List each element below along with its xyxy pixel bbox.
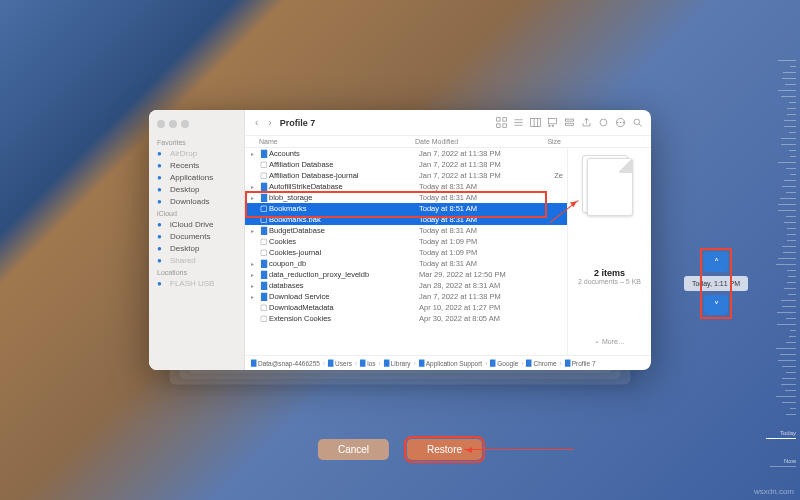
sidebar-item[interactable]: ●Applications	[149, 171, 244, 183]
action-bar: Cancel Restore	[318, 439, 482, 460]
svg-point-18	[617, 122, 618, 123]
path-segment[interactable]: ▇Library	[384, 359, 411, 367]
path-segment[interactable]: ▇Chrome	[526, 359, 556, 367]
time-up-button[interactable]: ˄	[704, 252, 728, 272]
disclosure-icon[interactable]: ▸	[251, 183, 259, 190]
file-row[interactable]: ▸▇coupon_dbToday at 8:31 AM	[245, 258, 567, 269]
file-size: Ze	[539, 171, 567, 180]
file-row[interactable]: ▢Cookies-journalToday at 1:09 PM	[245, 247, 567, 258]
disclosure-icon[interactable]: ▸	[251, 194, 259, 201]
file-name: Bookmarks.bak	[269, 215, 419, 224]
path-bar[interactable]: ▇Data@snap-4466255›▇Users›▇los›▇Library›…	[245, 355, 651, 370]
sidebar-item[interactable]: ●Documents	[149, 230, 244, 242]
file-row[interactable]: ▸▇AccountsJan 7, 2022 at 11:38 PM	[245, 148, 567, 159]
column-name[interactable]: Name	[245, 138, 415, 145]
sidebar-item[interactable]: ●Desktop	[149, 242, 244, 254]
icon-view-icon[interactable]	[496, 117, 507, 128]
tag-icon[interactable]	[598, 117, 609, 128]
disclosure-icon[interactable]: ▸	[251, 227, 259, 234]
file-name: Affiliation Database	[269, 160, 419, 169]
sidebar-item[interactable]: ●Recents	[149, 159, 244, 171]
file-date: Jan 28, 2022 at 8:31 AM	[419, 281, 539, 290]
apps-icon: ●	[157, 173, 166, 182]
file-row[interactable]: ▢DownloadMetadataApr 10, 2022 at 1:27 PM	[245, 302, 567, 313]
file-row[interactable]: ▢Bookmarks.bakToday at 8:31 AM	[245, 214, 567, 225]
file-name: DownloadMetadata	[269, 303, 419, 312]
disclosure-icon[interactable]: ▸	[251, 282, 259, 289]
folder-icon: ▇	[565, 359, 570, 367]
gallery-view-icon[interactable]	[547, 117, 558, 128]
list-view-icon[interactable]	[513, 117, 524, 128]
disclosure-icon[interactable]: ▸	[251, 293, 259, 300]
sidebar-item[interactable]: ●Downloads	[149, 195, 244, 207]
file-row[interactable]: ▸▇Download ServiceJan 7, 2022 at 11:38 P…	[245, 291, 567, 302]
share-icon[interactable]	[581, 117, 592, 128]
file-name: coupon_db	[269, 259, 419, 268]
file-list[interactable]: ▸▇AccountsJan 7, 2022 at 11:38 PM▢Affili…	[245, 148, 567, 355]
folder-icon: ▇	[259, 182, 269, 191]
path-segment[interactable]: ▇Profile 7	[565, 359, 596, 367]
file-date: Today at 1:09 PM	[419, 248, 539, 257]
preview-more[interactable]: ⌄More…	[594, 337, 625, 345]
file-name: blob_storage	[269, 193, 419, 202]
sidebar: Favorites●AirDrop●Recents●Applications●D…	[149, 110, 245, 370]
file-date: Jan 7, 2022 at 11:38 PM	[419, 149, 539, 158]
time-down-button[interactable]: ˅	[704, 295, 728, 315]
minimize-icon[interactable]	[169, 120, 177, 128]
file-icon: ▢	[259, 248, 269, 257]
forward-button[interactable]: ›	[266, 117, 273, 128]
folder-icon: ▇	[259, 226, 269, 235]
sidebar-section: Locations	[149, 266, 244, 277]
file-row[interactable]: ▢Extension CookiesApr 30, 2022 at 8:05 A…	[245, 313, 567, 324]
column-date[interactable]: Date Modified	[415, 138, 535, 145]
sidebar-item[interactable]: ●iCloud Drive	[149, 218, 244, 230]
downloads-icon: ●	[157, 197, 166, 206]
file-row[interactable]: ▸▇BudgetDatabaseToday at 8:31 AM	[245, 225, 567, 236]
file-row[interactable]: ▢Affiliation DatabaseJan 7, 2022 at 11:3…	[245, 159, 567, 170]
file-row[interactable]: ▸▇blob_storageToday at 8:31 AM	[245, 192, 567, 203]
path-segment[interactable]: ▇los	[360, 359, 375, 367]
close-icon[interactable]	[157, 120, 165, 128]
svg-rect-7	[531, 118, 541, 126]
search-icon[interactable]	[632, 117, 643, 128]
folder-icon: ▇	[259, 149, 269, 158]
folder-icon: ▇	[490, 359, 495, 367]
column-view-icon[interactable]	[530, 117, 541, 128]
file-name: Extension Cookies	[269, 314, 419, 323]
path-segment[interactable]: ▇Google	[490, 359, 518, 367]
back-button[interactable]: ‹	[253, 117, 260, 128]
file-row[interactable]: ▸▇AutofillStrikeDatabaseToday at 8:31 AM	[245, 181, 567, 192]
column-headers[interactable]: Name Date Modified Size	[245, 136, 651, 148]
file-row[interactable]: ▢Affiliation Database-journalJan 7, 2022…	[245, 170, 567, 181]
path-segment[interactable]: ▇Data@snap-4466255	[251, 359, 320, 367]
svg-line-21	[639, 124, 642, 127]
sidebar-item[interactable]: ●FLASH USB	[149, 277, 244, 289]
sidebar-section: Favorites	[149, 136, 244, 147]
sidebar-item[interactable]: ●Desktop	[149, 183, 244, 195]
svg-rect-10	[548, 118, 556, 124]
sidebar-item[interactable]: ●Shared	[149, 254, 244, 266]
file-row[interactable]: ▸▇databasesJan 28, 2022 at 8:31 AM	[245, 280, 567, 291]
window-controls[interactable]	[149, 116, 244, 136]
path-segment[interactable]: ▇Users	[328, 359, 352, 367]
disclosure-icon[interactable]: ▸	[251, 271, 259, 278]
path-segment[interactable]: ▇Application Support	[419, 359, 482, 367]
group-icon[interactable]	[564, 117, 575, 128]
disclosure-icon[interactable]: ▸	[251, 260, 259, 267]
preview-title: 2 items	[594, 268, 625, 278]
file-date: Jan 7, 2022 at 11:38 PM	[419, 160, 539, 169]
folder-icon: ▇	[259, 270, 269, 279]
file-date: Apr 10, 2022 at 1:27 PM	[419, 303, 539, 312]
folder-icon: ▇	[384, 359, 389, 367]
column-size[interactable]: Size	[535, 138, 567, 145]
timeline-now-label: Now	[784, 458, 796, 464]
file-row[interactable]: ▢BookmarksToday at 8:51 AM	[245, 203, 567, 214]
cancel-button[interactable]: Cancel	[318, 439, 389, 460]
file-row[interactable]: ▢CookiesToday at 1:09 PM	[245, 236, 567, 247]
zoom-icon[interactable]	[181, 120, 189, 128]
action-icon[interactable]	[615, 117, 626, 128]
disclosure-icon[interactable]: ▸	[251, 150, 259, 157]
timeline[interactable]: Today Now	[754, 60, 796, 480]
file-row[interactable]: ▸▇data_reduction_proxy_leveldbMar 29, 20…	[245, 269, 567, 280]
sidebar-item[interactable]: ●AirDrop	[149, 147, 244, 159]
